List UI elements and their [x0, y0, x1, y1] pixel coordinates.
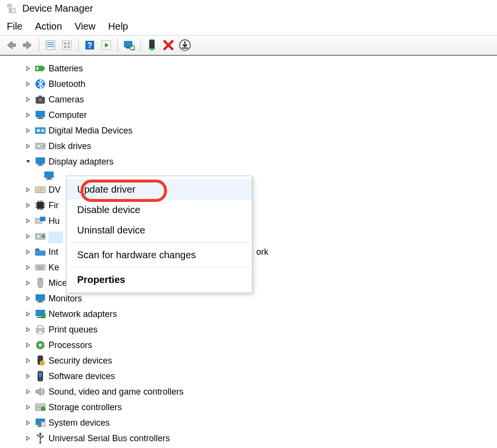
- usb-icon: [35, 433, 46, 444]
- chevron-right-icon[interactable]: [24, 80, 32, 88]
- camera-icon: [35, 94, 46, 105]
- context-uninstall-device[interactable]: Uninstall device: [66, 220, 252, 240]
- tree-node-software[interactable]: Software devices: [9, 368, 497, 384]
- context-scan-hardware[interactable]: Scan for hardware changes: [66, 245, 252, 265]
- chevron-right-icon[interactable]: [24, 341, 32, 349]
- chevron-right-icon[interactable]: [24, 279, 32, 287]
- svg-rect-121: [41, 422, 45, 427]
- chevron-right-icon[interactable]: [24, 142, 32, 150]
- tree-node-computer[interactable]: Computer: [9, 107, 497, 123]
- chevron-right-icon[interactable]: [24, 403, 32, 411]
- chevron-right-icon[interactable]: [24, 264, 32, 271]
- tree-node-storage[interactable]: Storage controllers: [9, 399, 497, 415]
- svg-rect-29: [36, 67, 38, 70]
- svg-rect-72: [36, 265, 37, 266]
- show-grid-button[interactable]: [60, 38, 74, 52]
- tree-node-processors[interactable]: Processors: [9, 337, 497, 353]
- svg-rect-45: [37, 165, 43, 166]
- menu-help[interactable]: Help: [108, 21, 128, 32]
- svg-rect-124: [37, 434, 38, 436]
- context-disable-device[interactable]: Disable device: [66, 199, 252, 220]
- svg-rect-83: [43, 267, 44, 268]
- svg-marker-126: [39, 442, 42, 444]
- svg-rect-111: [42, 362, 43, 364]
- svg-point-41: [37, 144, 41, 148]
- tree-node-network[interactable]: Network adapters: [9, 306, 497, 322]
- tree-node-batteries[interactable]: Batteries: [9, 61, 497, 76]
- chevron-right-icon[interactable]: [24, 96, 32, 103]
- svg-point-68: [36, 234, 40, 238]
- svg-rect-42: [42, 145, 45, 148]
- svg-rect-34: [36, 111, 45, 117]
- scan-hardware-button[interactable]: [122, 38, 136, 52]
- run-button[interactable]: [99, 38, 114, 52]
- folder-icon: [35, 247, 46, 257]
- printer-icon: [35, 324, 46, 335]
- media-device-icon: [35, 125, 46, 136]
- tree-node-usb[interactable]: Universal Serial Bus controllers: [9, 431, 497, 446]
- tree-node-digital-media[interactable]: Digital Media Devices: [9, 123, 497, 138]
- chevron-right-icon[interactable]: [24, 232, 32, 240]
- system-device-icon: [35, 417, 46, 428]
- chevron-right-icon[interactable]: [24, 326, 32, 333]
- tree-label: Fir: [49, 199, 59, 212]
- chevron-right-icon[interactable]: [24, 310, 32, 318]
- tree-node-disk-drives[interactable]: Disk drives: [9, 138, 497, 154]
- update-driver-button[interactable]: [178, 38, 192, 52]
- chevron-right-icon[interactable]: [24, 357, 32, 365]
- svg-rect-76: [42, 265, 43, 266]
- properties-button[interactable]: [43, 38, 58, 52]
- chevron-right-icon[interactable]: [24, 434, 32, 442]
- chevron-right-icon[interactable]: [24, 186, 32, 194]
- chevron-right-icon[interactable]: [24, 388, 32, 396]
- tree-node-print-queues[interactable]: Print queues: [9, 322, 497, 337]
- chevron-right-icon[interactable]: [24, 419, 32, 427]
- software-device-icon: [35, 371, 46, 382]
- svg-rect-93: [38, 326, 43, 329]
- toolbar-separator: [39, 38, 39, 52]
- menu-file[interactable]: File: [7, 21, 22, 32]
- enable-device-button[interactable]: [145, 38, 159, 52]
- disable-device-button[interactable]: [161, 38, 176, 52]
- tree-node-security[interactable]: Security devices: [9, 353, 497, 368]
- svg-rect-96: [39, 344, 42, 347]
- help-button[interactable]: ?: [83, 38, 97, 52]
- tree-node-sound[interactable]: Sound, video and game controllers: [9, 384, 497, 399]
- monitor-icon: [35, 293, 46, 304]
- chevron-right-icon[interactable]: [24, 65, 32, 72]
- tree-node-cameras[interactable]: Cameras: [9, 92, 497, 107]
- tree-node-system[interactable]: System devices: [9, 415, 497, 431]
- svg-rect-87: [39, 300, 42, 301]
- tree-node-display-adapters[interactable]: Display adapters: [9, 154, 497, 169]
- chevron-right-icon[interactable]: [24, 111, 32, 119]
- svg-point-39: [41, 129, 44, 132]
- menu-action[interactable]: Action: [35, 21, 62, 32]
- forward-button[interactable]: [20, 38, 35, 52]
- chevron-right-icon[interactable]: [24, 201, 32, 209]
- chevron-right-icon[interactable]: [24, 372, 32, 380]
- chevron-right-icon[interactable]: [24, 295, 32, 302]
- chevron-down-icon[interactable]: [24, 158, 32, 166]
- tree-label: Print queues: [49, 323, 98, 336]
- chevron-right-icon[interactable]: [24, 127, 32, 134]
- svg-rect-38: [37, 129, 40, 132]
- menu-view[interactable]: View: [75, 21, 96, 32]
- context-update-driver[interactable]: Update driver: [66, 179, 252, 199]
- svg-rect-10: [67, 42, 70, 45]
- tree-node-bluetooth[interactable]: Bluetooth: [9, 76, 497, 92]
- chevron-right-icon[interactable]: [24, 248, 32, 256]
- context-properties[interactable]: Properties: [66, 269, 252, 290]
- svg-rect-81: [40, 267, 41, 268]
- firmware-icon: [35, 200, 46, 211]
- tree-label: Int: [49, 245, 58, 259]
- ide-controller-icon: [35, 231, 46, 242]
- tree-label: DV: [49, 183, 61, 197]
- chevron-right-icon[interactable]: [24, 217, 32, 225]
- svg-rect-11: [64, 46, 66, 48]
- tree-label: Sound, video and game controllers: [49, 385, 183, 398]
- svg-rect-91: [37, 317, 43, 318]
- context-menu: Update driver Disable device Uninstall d…: [66, 176, 252, 293]
- back-button[interactable]: [4, 38, 18, 52]
- bluetooth-icon: [35, 79, 46, 89]
- menu-bar: File Action View Help: [0, 18, 497, 35]
